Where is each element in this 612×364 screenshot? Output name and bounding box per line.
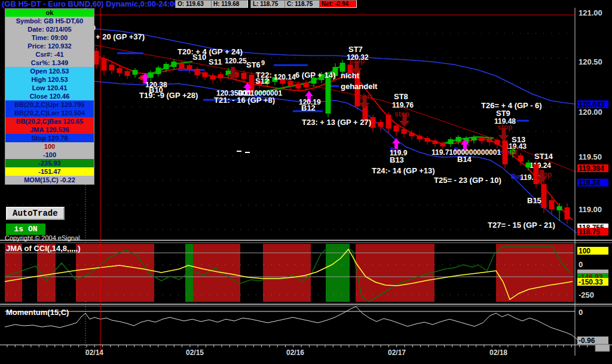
annotation: 120.25 [225, 57, 247, 65]
candle [479, 137, 485, 141]
axis-label: 121.00 [579, 8, 602, 17]
candle [487, 139, 492, 142]
axis-corner-box [595, 344, 610, 351]
candle [304, 82, 309, 87]
axis-badge-label: 100 [579, 247, 590, 255]
axis-badge-label: 119.384 [579, 164, 604, 173]
annotation: 120.14 [274, 73, 296, 81]
annotation: B13 [390, 155, 404, 164]
annotation: 9 [261, 59, 265, 66]
trade-marker-word: stop [537, 170, 552, 179]
info-row: Low 120.41 [5, 84, 94, 92]
info-row: BB(20,2,C)Upr 120.795 [5, 100, 94, 109]
annotation: T21: - 16 (GP +8) [214, 96, 275, 105]
candle [433, 140, 438, 144]
autotrade-status-badge: is ON [6, 224, 45, 235]
info-row: JMA 120.536 [5, 126, 94, 134]
price-label: 119.24 [530, 161, 551, 170]
annotation: T20: + 4 (GP + 24) [178, 47, 243, 56]
annotation: ST6 [246, 60, 261, 69]
candle [133, 70, 138, 75]
axis-badge-label: -0.96 [579, 337, 595, 345]
annotation: 119.48 [494, 117, 516, 126]
axis-label: 120.50 [579, 57, 602, 66]
candle [495, 140, 500, 145]
candle [549, 200, 555, 209]
axis-label: 0 [579, 308, 583, 317]
autotrade-button[interactable]: AutoTrade [6, 207, 65, 220]
annotation: T23: + 13 (GP + 27) [302, 118, 371, 127]
candle [241, 73, 247, 79]
candle [518, 155, 524, 161]
annotation: S11 [209, 57, 222, 66]
candle [156, 68, 161, 74]
candle [409, 133, 415, 136]
date-label: 02/16 [286, 348, 304, 357]
candle [402, 129, 407, 134]
candle [326, 76, 331, 114]
info-row: 100 [5, 142, 94, 151]
candle [386, 115, 391, 129]
candle [195, 69, 200, 75]
axis-badge-label: 120.043 [579, 100, 605, 109]
annotation: 120.32 [347, 53, 369, 62]
axis-label: 119.50 [579, 152, 602, 161]
candle [565, 207, 570, 219]
candle [472, 137, 477, 140]
annotation: T27= - 15 (GP - 21) [488, 221, 555, 230]
info-row: Date: 02/14/05 [5, 25, 94, 33]
annotation: T24:- 14 (GP +13) [372, 166, 435, 175]
candle [340, 63, 345, 72]
candle [164, 64, 169, 69]
candle [187, 65, 192, 70]
info-row: Symbol: GB H5-DT,60 [5, 17, 94, 25]
candle [210, 75, 216, 79]
annotation: ST9 [496, 109, 510, 118]
date-label: 02/14 [85, 348, 103, 357]
info-row: BB(20,2,C)Bas 120.65 [5, 117, 94, 126]
info-row: -100 [5, 151, 94, 159]
annotation: T26= + 4 (GP - 6) [481, 101, 542, 110]
candle [109, 65, 115, 71]
info-row: BB(20,2,C)Lwr 120.504 [5, 109, 94, 117]
candle [425, 138, 430, 142]
annotation: ST8 [394, 92, 408, 101]
candle [378, 122, 384, 127]
candle [172, 62, 177, 67]
info-row: High 120.53 [5, 75, 94, 84]
trade-marker-word: shrt [359, 93, 372, 101]
candle [557, 206, 562, 210]
candle [456, 137, 461, 142]
annotation: 119.76 [392, 101, 414, 109]
annotation: ST14 [534, 152, 553, 161]
axis-label: 120.00 [579, 108, 602, 117]
copyright-text: Copyright © 2004 eSignal. [5, 234, 82, 241]
info-row: Stop 120.78 [5, 134, 94, 142]
annotation: S10 [192, 53, 206, 62]
trading-app-window: (GB H5-DT - Euro BUND,60) Dynamic,0:00-2… [0, 0, 612, 364]
date-label: 02/18 [489, 348, 507, 357]
axis-label: -250 [579, 290, 594, 299]
candle [179, 63, 185, 68]
candle [526, 163, 531, 167]
candle [117, 68, 123, 73]
annotation: ST7 [348, 45, 363, 54]
info-row: Csr%: 1.349 [5, 59, 94, 67]
candle [448, 139, 454, 144]
momentum-panel-label: Momentum(15,C) [6, 308, 69, 317]
annotation: S12 [255, 77, 269, 85]
axis-label: 119.00 [579, 205, 602, 214]
annotation: nicht [341, 71, 360, 80]
candle [440, 143, 446, 146]
candle [203, 72, 208, 77]
annotation: S13 [512, 135, 525, 144]
info-row: Open 120.53 [5, 67, 94, 75]
candle [148, 72, 154, 78]
annotation: B12 [301, 103, 316, 112]
data-window-panel: okSymbol: GB H5-DT,60Date: 02/14/05Time:… [5, 8, 94, 185]
axis-badge-label: 118.75 [579, 228, 600, 236]
candle [125, 71, 130, 76]
status-ok-row: ok [5, 9, 94, 17]
annotation: 6 (GP + 14) [295, 71, 335, 79]
date-label: 02/15 [186, 348, 204, 357]
